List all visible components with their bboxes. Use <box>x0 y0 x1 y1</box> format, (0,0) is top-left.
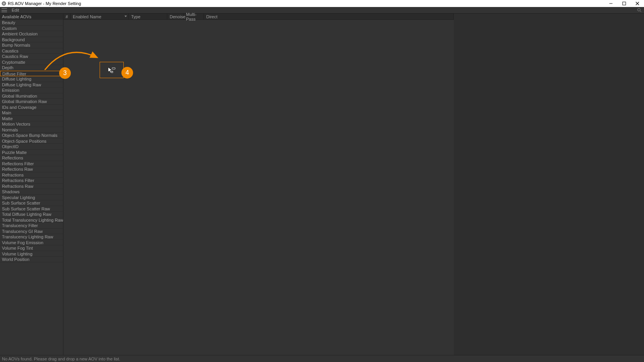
sidebar-item[interactable]: World Position <box>0 257 63 262</box>
sidebar-item[interactable]: Specular Lighting <box>0 195 63 201</box>
sidebar-item[interactable]: Refractions Raw <box>0 184 63 189</box>
status-message: No AOVs found. Please drag and drop a ne… <box>2 357 120 361</box>
sidebar-item[interactable]: Depth <box>0 65 63 71</box>
sidebar-item[interactable]: Reflections Filter <box>0 161 63 167</box>
svg-line-7 <box>640 11 641 12</box>
svg-rect-3 <box>623 2 626 5</box>
svg-point-1 <box>3 3 5 4</box>
annotation-badge-4: 4 <box>121 67 133 79</box>
sidebar-item[interactable]: Total Diffuse Lighting Raw <box>0 212 63 217</box>
sidebar-item[interactable]: Reflections <box>0 155 63 161</box>
sidebar-item[interactable]: Motion Vectors <box>0 121 63 127</box>
sidebar-item[interactable]: Translucency Lighting Raw <box>0 234 63 240</box>
window-title: RS AOV Manager - My Render Setting <box>8 1 81 6</box>
svg-rect-10 <box>112 68 115 69</box>
app-icon <box>2 1 6 6</box>
sidebar-header: Available AOVs <box>0 14 63 20</box>
sidebar-item[interactable]: Normals <box>0 127 63 133</box>
col-enabled[interactable]: Enabled <box>70 14 88 19</box>
svg-marker-9 <box>108 67 112 73</box>
menu-bar: Edit <box>0 7 644 14</box>
close-button[interactable] <box>631 0 644 7</box>
col-name[interactable]: Name <box>88 14 129 19</box>
sidebar-item[interactable]: Refractions <box>0 172 63 178</box>
sidebar-item[interactable]: Main <box>0 110 63 116</box>
col-num[interactable]: # <box>63 14 70 19</box>
sidebar-item[interactable]: Matte <box>0 116 63 122</box>
sidebar: Available AOVs BeautyCustomAmbient Occlu… <box>0 14 63 355</box>
sidebar-item[interactable]: Volume Fog Tint <box>0 245 63 251</box>
filter-triangle-icon <box>125 16 127 17</box>
sidebar-item[interactable]: ObjectID <box>0 144 63 150</box>
sidebar-item[interactable]: Caustics <box>0 48 63 54</box>
sidebar-item[interactable]: Custom <box>0 26 63 31</box>
annotation-badge-3: 3 <box>59 67 71 79</box>
sidebar-item[interactable]: Beauty <box>0 20 63 26</box>
sidebar-item[interactable]: Puzzle Matte <box>0 150 63 156</box>
status-bar: No AOVs found. Please drag and drop a ne… <box>0 355 644 362</box>
sidebar-item[interactable]: IDs and Coverage <box>0 105 63 110</box>
menu-edit[interactable]: Edit <box>9 8 21 12</box>
right-panel <box>454 14 644 355</box>
sidebar-item[interactable]: Diffuse Filter <box>0 71 63 77</box>
hamburger-icon[interactable] <box>2 8 7 12</box>
col-multipass[interactable]: Multi-Pass <box>184 14 204 19</box>
drag-cursor-icon <box>107 66 116 73</box>
sidebar-item[interactable]: Volume Fog Emission <box>0 240 63 246</box>
sidebar-item[interactable]: Volume Lighting <box>0 251 63 257</box>
sidebar-item[interactable]: Bump Normals <box>0 42 63 48</box>
sidebar-item[interactable]: Translucency Filter <box>0 223 63 229</box>
sidebar-item[interactable]: Cryptomatte <box>0 59 63 65</box>
sidebar-item[interactable]: Ambient Occlusion <box>0 31 63 37</box>
minimize-button[interactable] <box>604 0 618 7</box>
sidebar-item[interactable]: Reflections Raw <box>0 166 63 172</box>
col-type[interactable]: Type <box>129 14 167 19</box>
sidebar-item[interactable]: Diffuse Lighting <box>0 76 63 82</box>
sidebar-item[interactable]: Shadows <box>0 189 63 195</box>
sidebar-item[interactable]: Emission <box>0 87 63 93</box>
sidebar-item[interactable]: Refractions Filter <box>0 178 63 184</box>
svg-point-6 <box>638 9 640 11</box>
maximize-button[interactable] <box>618 0 631 7</box>
col-denoise[interactable]: Denoise <box>167 14 184 19</box>
sidebar-item[interactable]: Caustics Raw <box>0 54 63 59</box>
sidebar-item[interactable]: Background <box>0 37 63 43</box>
sidebar-item[interactable]: Global Illumination Raw <box>0 99 63 105</box>
drop-target-highlight <box>100 62 124 78</box>
sidebar-item[interactable]: Sub Surface Scatter <box>0 200 63 206</box>
sidebar-item[interactable]: Object-Space Positions <box>0 138 63 144</box>
sidebar-item[interactable]: Sub Surface Scatter Raw <box>0 206 63 212</box>
sidebar-item[interactable]: Global Illumination <box>0 93 63 99</box>
search-icon[interactable] <box>637 8 642 12</box>
sidebar-item[interactable]: Object-Space Bump Normals <box>0 133 63 138</box>
sidebar-item[interactable]: Translucency GI Raw <box>0 229 63 234</box>
col-direct[interactable]: Direct <box>204 14 454 19</box>
title-bar: RS AOV Manager - My Render Setting <box>0 0 644 7</box>
sidebar-item[interactable]: Diffuse Lighting Raw <box>0 82 63 88</box>
table-header: # Enabled Name Type Denoise Multi-Pass D… <box>63 14 454 20</box>
sidebar-item[interactable]: Total Translucency Lighting Raw <box>0 217 63 223</box>
content-area: Available AOVs BeautyCustomAmbient Occlu… <box>0 14 644 355</box>
